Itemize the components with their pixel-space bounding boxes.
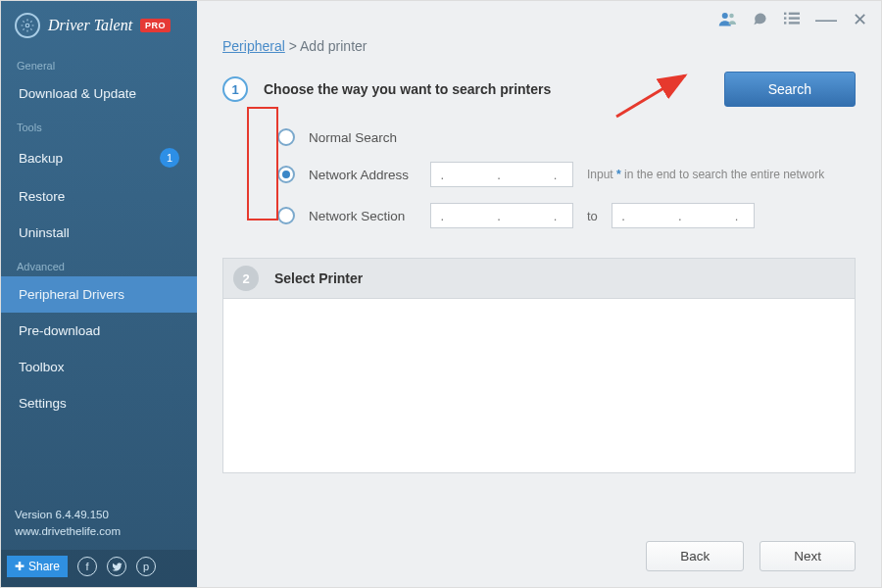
sidebar-item-label: Toolbox — [19, 360, 65, 374]
option-label: Network Section — [309, 209, 416, 223]
sidebar-item-label: Settings — [19, 396, 67, 411]
option-network-section-row: Network Section to — [222, 195, 856, 236]
backup-badge: 1 — [160, 148, 179, 168]
chat-icon[interactable] — [752, 11, 768, 28]
app-logo-icon — [15, 13, 40, 38]
sidebar-item-peripheral-drivers[interactable]: Peripheral Drivers — [1, 276, 197, 313]
list-icon[interactable] — [784, 12, 800, 28]
sidebar-item-backup[interactable]: Backup 1 — [1, 137, 197, 178]
sidebar-item-label: Pre-download — [19, 323, 100, 338]
sidebar-item-label: Uninstall — [19, 225, 70, 240]
svg-rect-8 — [789, 22, 800, 24]
next-button[interactable]: Next — [760, 541, 856, 571]
sidebar-item-restore[interactable]: Restore — [1, 178, 197, 215]
step1-header: 1 Choose the way you want to search prin… — [222, 72, 856, 107]
svg-point-2 — [729, 13, 734, 18]
option-normal-search-row: Normal Search — [222, 121, 856, 154]
hint-suffix: in the end to search the entire network — [621, 168, 824, 181]
printer-list — [222, 299, 856, 473]
svg-point-1 — [722, 13, 728, 19]
sidebar-item-label: Peripheral Drivers — [19, 287, 124, 302]
step1-number: 1 — [222, 76, 248, 102]
plus-icon: ✚ — [15, 560, 24, 573]
svg-rect-5 — [784, 17, 786, 19]
option-network-address-row: Network Address Input * in the end to se… — [222, 154, 856, 195]
network-section-to-input[interactable] — [612, 203, 755, 228]
pro-badge: PRO — [140, 19, 171, 32]
svg-point-0 — [25, 24, 29, 27]
sidebar: Driver Talent PRO General Download & Upd… — [1, 1, 197, 587]
radio-network-section[interactable] — [277, 207, 295, 224]
app-name: Driver Talent — [48, 17, 132, 34]
svg-rect-3 — [784, 12, 786, 14]
footer-buttons: Back Next — [646, 541, 856, 571]
search-button[interactable]: Search — [724, 72, 856, 107]
step2-panel: 2 Select Printer — [222, 258, 856, 473]
pinterest-icon[interactable]: p — [136, 557, 156, 576]
titlebar-controls: — ✕ — [718, 9, 867, 30]
sidebar-item-label: Download & Update — [19, 86, 136, 101]
share-label: Share — [28, 560, 60, 573]
step2-title: Select Printer — [274, 270, 363, 286]
sidebar-item-toolbox[interactable]: Toolbox — [1, 349, 197, 385]
version-block: Version 6.4.49.150 www.drivethelife.com — [1, 497, 197, 551]
sidebar-item-settings[interactable]: Settings — [1, 385, 197, 421]
close-icon[interactable]: ✕ — [853, 9, 867, 30]
step1-title: Choose the way you want to search printe… — [264, 81, 551, 97]
radio-network-address[interactable] — [277, 166, 295, 183]
back-button[interactable]: Back — [646, 541, 744, 571]
step2-header: 2 Select Printer — [222, 258, 856, 299]
website-text: www.drivethelife.com — [15, 523, 183, 540]
network-address-input[interactable] — [430, 162, 573, 187]
svg-rect-7 — [784, 22, 786, 24]
option-label: Network Address — [309, 168, 416, 182]
breadcrumb-link[interactable]: Peripheral — [222, 38, 285, 54]
option-label: Normal Search — [309, 130, 397, 145]
hint-prefix: Input — [587, 168, 616, 181]
section-general-label: General — [1, 50, 197, 75]
sidebar-item-label: Backup — [19, 151, 63, 166]
to-label: to — [587, 209, 598, 223]
sidebar-item-uninstall[interactable]: Uninstall — [1, 215, 197, 251]
breadcrumb-current: Add printer — [300, 38, 367, 54]
main-panel: — ✕ Peripheral > Add printer 1 Choose th… — [197, 1, 881, 587]
network-section-from-input[interactable] — [430, 203, 573, 228]
sidebar-item-pre-download[interactable]: Pre-download — [1, 313, 197, 349]
content-area: 1 Choose the way you want to search prin… — [197, 64, 881, 587]
sidebar-item-label: Restore — [19, 189, 65, 204]
breadcrumb-sep: > — [285, 38, 300, 54]
twitter-icon[interactable] — [107, 557, 126, 576]
share-row: ✚ Share f p — [1, 550, 197, 587]
section-advanced-label: Advanced — [1, 251, 197, 276]
network-hint: Input * in the end to search the entire … — [587, 168, 824, 181]
step2-number: 2 — [233, 266, 259, 291]
version-text: Version 6.4.49.150 — [15, 507, 183, 523]
share-button[interactable]: ✚ Share — [7, 556, 68, 577]
minimize-icon[interactable]: — — [815, 15, 837, 24]
facebook-icon[interactable]: f — [77, 557, 97, 576]
svg-rect-4 — [789, 12, 800, 14]
svg-rect-6 — [789, 17, 800, 19]
logo-row: Driver Talent PRO — [1, 1, 197, 50]
section-tools-label: Tools — [1, 112, 197, 137]
app-window: Driver Talent PRO General Download & Upd… — [0, 0, 882, 588]
user-icon[interactable] — [718, 11, 736, 29]
radio-normal-search[interactable] — [277, 128, 295, 146]
sidebar-item-download-update[interactable]: Download & Update — [1, 75, 197, 112]
